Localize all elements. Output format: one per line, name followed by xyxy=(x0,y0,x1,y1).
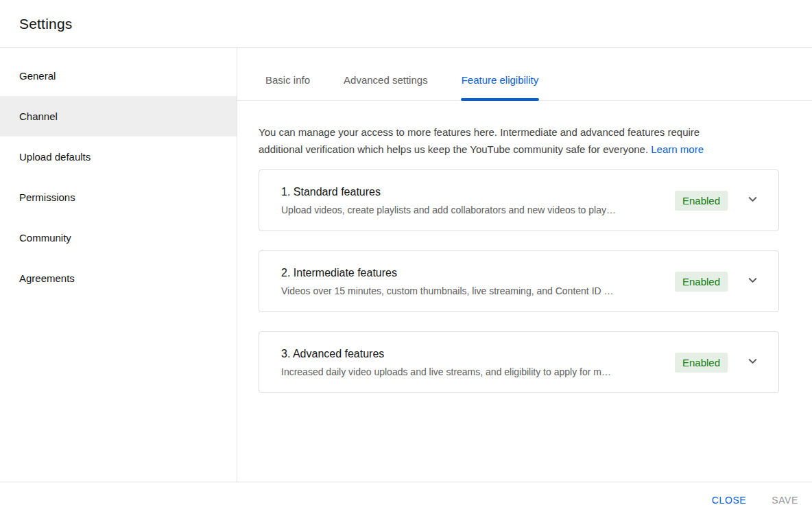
chevron-down-icon xyxy=(746,274,759,289)
settings-dialog: Settings General Channel Upload defaults… xyxy=(0,0,812,518)
sidebar-item-label: Agreements xyxy=(19,272,75,284)
card-text: 3. Advanced features Increased daily vid… xyxy=(281,348,664,377)
expand-button[interactable] xyxy=(743,353,762,372)
page-title: Settings xyxy=(19,16,72,32)
status-badge: Enabled xyxy=(675,353,728,373)
tab-label: Advanced settings xyxy=(344,74,428,86)
save-button[interactable]: SAVE xyxy=(770,491,800,510)
standard-features-card[interactable]: 1. Standard features Upload videos, crea… xyxy=(259,169,779,231)
learn-more-link[interactable]: Learn more xyxy=(651,143,704,155)
dialog-footer: CLOSE SAVE xyxy=(0,482,812,518)
sidebar-item-general[interactable]: General xyxy=(0,56,237,96)
sidebar-item-community[interactable]: Community xyxy=(0,217,237,258)
status-badge: Enabled xyxy=(675,272,728,292)
tab-basic-info[interactable]: Basic info xyxy=(265,74,310,100)
card-title: 3. Advanced features xyxy=(281,348,664,360)
dialog-header: Settings xyxy=(0,0,812,48)
sidebar-item-label: Channel xyxy=(19,110,58,122)
sidebar-item-agreements[interactable]: Agreements xyxy=(0,258,237,298)
close-button[interactable]: CLOSE xyxy=(710,491,748,510)
advanced-features-card[interactable]: 3. Advanced features Increased daily vid… xyxy=(259,331,779,393)
feature-cards: 1. Standard features Upload videos, crea… xyxy=(259,169,779,393)
expand-button[interactable] xyxy=(743,272,762,291)
active-tab-indicator xyxy=(461,98,540,101)
sidebar-item-label: Permissions xyxy=(19,191,75,203)
sidebar-item-label: Community xyxy=(19,232,71,244)
card-title: 2. Intermediate features xyxy=(281,267,664,279)
card-text: 1. Standard features Upload videos, crea… xyxy=(281,186,664,215)
tab-label: Basic info xyxy=(265,74,310,86)
intermediate-features-card[interactable]: 2. Intermediate features Videos over 15 … xyxy=(259,250,779,312)
sidebar-item-permissions[interactable]: Permissions xyxy=(0,177,237,217)
card-subtitle: Videos over 15 minutes, custom thumbnail… xyxy=(281,285,664,296)
settings-sidebar: General Channel Upload defaults Permissi… xyxy=(0,48,237,482)
tab-advanced-settings[interactable]: Advanced settings xyxy=(344,74,428,100)
card-text: 2. Intermediate features Videos over 15 … xyxy=(281,267,664,296)
chevron-down-icon xyxy=(746,355,759,370)
feature-eligibility-description: You can manage your access to more featu… xyxy=(259,123,743,158)
dialog-body: General Channel Upload defaults Permissi… xyxy=(0,48,812,482)
tab-feature-eligibility[interactable]: Feature eligibility xyxy=(462,74,539,100)
card-subtitle: Increased daily video uploads and live s… xyxy=(281,366,664,377)
card-subtitle: Upload videos, create playlists and add … xyxy=(281,204,664,215)
feature-eligibility-panel: You can manage your access to more featu… xyxy=(237,101,812,482)
channel-settings-content: Basic info Advanced settings Feature eli… xyxy=(237,48,812,482)
expand-button[interactable] xyxy=(743,191,762,210)
chevron-down-icon xyxy=(746,193,759,208)
sidebar-item-channel[interactable]: Channel xyxy=(0,96,237,137)
sidebar-item-label: Upload defaults xyxy=(19,151,91,163)
sidebar-item-label: General xyxy=(19,70,56,82)
card-title: 1. Standard features xyxy=(281,186,664,198)
sidebar-item-upload-defaults[interactable]: Upload defaults xyxy=(0,137,237,177)
description-text: You can manage your access to more featu… xyxy=(259,126,700,155)
status-badge: Enabled xyxy=(675,191,728,211)
tab-label: Feature eligibility xyxy=(462,74,539,86)
channel-tabs: Basic info Advanced settings Feature eli… xyxy=(237,48,812,101)
